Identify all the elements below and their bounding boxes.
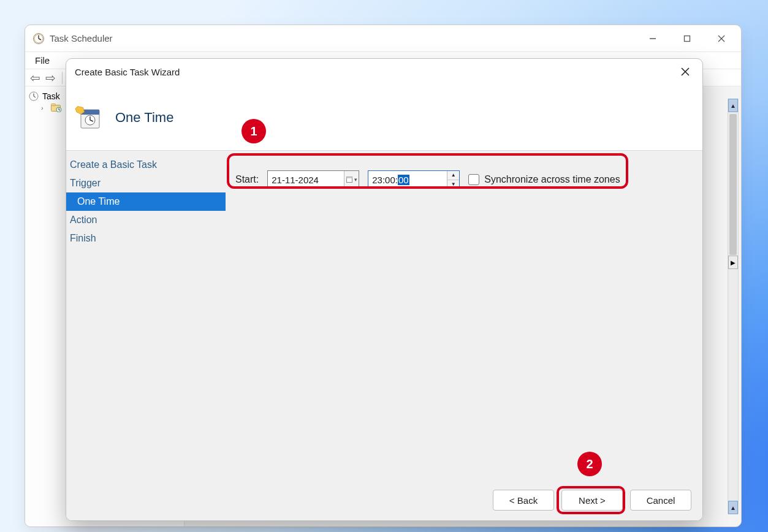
time-spinner[interactable]: ▲ ▼ — [447, 171, 459, 188]
wizard-content: Start: 21-11-2024 ▾ 23:00:00 — [226, 151, 702, 480]
step-one-time[interactable]: One Time — [66, 192, 226, 211]
forward-arrow-icon[interactable]: ⇨ — [44, 72, 57, 84]
minimize-button[interactable] — [644, 30, 661, 47]
scroll-right-icon[interactable]: ▶ — [728, 256, 738, 269]
start-time-value: 23:00:00 — [368, 175, 447, 185]
step-trigger[interactable]: Trigger — [66, 174, 226, 192]
next-button[interactable]: Next > — [561, 490, 623, 511]
start-label: Start: — [235, 174, 259, 185]
task-icon — [75, 104, 103, 132]
scroll-thumb[interactable] — [729, 114, 737, 255]
wizard-titlebar: Create Basic Task Wizard — [66, 59, 702, 85]
sync-timezones-checkbox[interactable]: Synchronize across time zones — [468, 174, 620, 185]
clock-icon — [29, 91, 39, 101]
svg-marker-23 — [75, 106, 84, 114]
sync-timezones-label: Synchronize across time zones — [484, 174, 620, 185]
close-button[interactable] — [713, 30, 730, 47]
back-arrow-icon[interactable]: ⇦ — [29, 72, 42, 84]
toolbar-separator — [62, 72, 63, 84]
svg-rect-25 — [347, 177, 352, 179]
svg-rect-12 — [51, 104, 56, 106]
checkbox-icon[interactable] — [468, 174, 479, 185]
main-titlebar: Task Scheduler — [25, 25, 741, 52]
start-time-input[interactable]: 23:00:00 ▲ ▼ — [368, 170, 460, 189]
step-finish[interactable]: Finish — [66, 229, 226, 248]
main-window-title: Task Scheduler — [50, 33, 644, 44]
menu-file[interactable]: File — [29, 54, 56, 67]
wizard-header-title: One Time — [115, 110, 173, 126]
create-basic-task-wizard: Create Basic Task Wizard One Time Create… — [66, 58, 703, 521]
spinner-up-icon[interactable]: ▲ — [447, 171, 459, 180]
scroll-up-icon[interactable]: ▲ — [728, 501, 738, 514]
wizard-footer: < Back Next > Cancel 2 — [66, 480, 702, 520]
folder-clock-icon — [51, 104, 62, 112]
start-date-value: 21-11-2024 — [268, 175, 344, 185]
back-button[interactable]: < Back — [493, 490, 554, 511]
calendar-dropdown-icon[interactable]: ▾ — [344, 171, 359, 188]
scrollbar[interactable]: ▲ ▶ ▲ — [728, 99, 739, 514]
close-icon[interactable] — [677, 63, 694, 80]
wizard-steps: Create a Basic Task Trigger One Time Act… — [66, 151, 226, 480]
wizard-header: One Time — [66, 85, 702, 151]
clock-icon — [32, 32, 45, 45]
wizard-title: Create Basic Task Wizard — [75, 67, 180, 77]
cancel-button[interactable]: Cancel — [630, 490, 691, 511]
step-action[interactable]: Action — [66, 211, 226, 229]
step-create-basic-task[interactable]: Create a Basic Task — [66, 156, 226, 174]
chevron-right-icon[interactable]: › — [41, 104, 47, 112]
maximize-button[interactable] — [679, 30, 696, 47]
svg-rect-5 — [685, 36, 690, 41]
tree-root-label: Task — [42, 91, 60, 101]
spinner-down-icon[interactable]: ▼ — [447, 180, 459, 189]
start-date-input[interactable]: 21-11-2024 ▾ — [267, 170, 359, 189]
scroll-up-icon[interactable]: ▲ — [728, 99, 738, 112]
